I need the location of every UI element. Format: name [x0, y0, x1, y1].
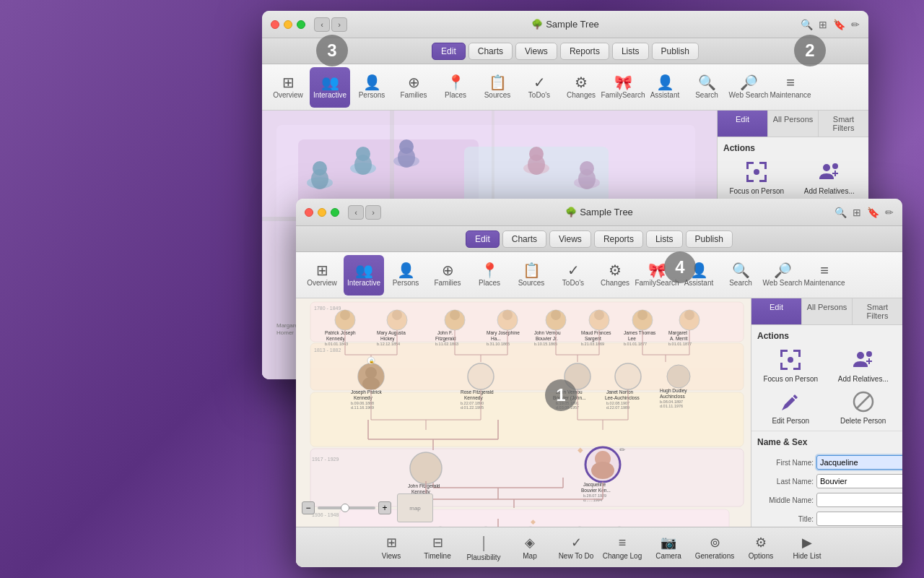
front-maximize-button[interactable]: [331, 208, 339, 217]
front-views-btn[interactable]: ⊞ Views: [370, 535, 413, 560]
back-all-persons-tab[interactable]: All Persons: [768, 111, 819, 137]
front-edit-person-action[interactable]: Edit Person: [757, 389, 824, 425]
back-focus-action[interactable]: Focus on Person: [723, 159, 790, 195]
svg-text:1813 - 1882: 1813 - 1882: [314, 348, 341, 353]
back-views-button[interactable]: Views: [515, 43, 557, 60]
back-familysearch-btn[interactable]: 🎀 FamilySearch: [603, 67, 643, 108]
front-map-thumbnail[interactable]: map: [397, 493, 433, 522]
front-title-input[interactable]: [816, 512, 902, 526]
svg-point-11: [313, 161, 327, 176]
back-add-relatives-icon: [816, 159, 842, 185]
back-minimize-button[interactable]: [284, 20, 292, 29]
front-interactive-btn[interactable]: 👥 Interactive: [344, 255, 384, 296]
svg-text:Hickey: Hickey: [380, 336, 395, 342]
front-zoom-slider[interactable]: [318, 506, 375, 509]
front-options-icon: ⚙: [755, 535, 767, 551]
back-sources-btn[interactable]: 📋 Sources: [477, 67, 518, 108]
back-pen-icon[interactable]: ✏: [851, 19, 860, 30]
back-reports-button[interactable]: Reports: [560, 43, 609, 60]
front-nav-back[interactable]: ‹: [348, 205, 364, 220]
front-edit-button[interactable]: Edit: [466, 230, 500, 248]
front-changes-btn[interactable]: ⚙ Changes: [595, 255, 635, 296]
front-new-todo-btn[interactable]: ✓ New To Do: [554, 535, 598, 560]
front-smart-filters-tab[interactable]: Smart Filters: [853, 298, 902, 324]
front-change-log-btn[interactable]: ≡ Change Log: [601, 535, 644, 560]
back-bookmark-icon[interactable]: 🔖: [833, 19, 845, 30]
back-interactive-icon: 👥: [321, 75, 339, 90]
back-close-button[interactable]: [271, 20, 279, 29]
back-interactive-btn[interactable]: 👥 Interactive: [310, 67, 350, 108]
back-smart-filters-tab[interactable]: Smart Filters: [819, 111, 868, 137]
back-search-icon[interactable]: 🔍: [801, 19, 813, 30]
front-search-icon[interactable]: 🔍: [834, 207, 847, 218]
back-families-btn[interactable]: ⊕ Families: [393, 67, 434, 108]
front-todos-btn[interactable]: ✓ ToDo's: [553, 255, 593, 296]
front-edit-tab[interactable]: Edit: [751, 298, 802, 324]
front-edit-person-label: Edit Person: [772, 417, 809, 425]
front-charts-button[interactable]: Charts: [502, 230, 546, 248]
back-publish-button[interactable]: Publish: [652, 43, 699, 60]
front-hide-list-btn[interactable]: ▶ Hide List: [785, 535, 829, 560]
back-nav-forward[interactable]: ›: [331, 17, 347, 32]
front-publish-button[interactable]: Publish: [686, 230, 733, 248]
back-layout-icon[interactable]: ⊞: [819, 19, 827, 30]
front-layout-icon[interactable]: ⊞: [853, 207, 861, 218]
svg-rect-224: [780, 350, 783, 357]
front-persons-btn[interactable]: 👤 Persons: [385, 255, 426, 296]
front-sources-btn[interactable]: 📋 Sources: [511, 255, 552, 296]
back-edit-tab[interactable]: Edit: [718, 111, 768, 137]
front-pen-icon[interactable]: ✏: [885, 207, 894, 218]
front-first-name-input[interactable]: [816, 455, 902, 470]
back-lists-button[interactable]: Lists: [612, 43, 649, 60]
front-families-btn[interactable]: ⊕ Families: [427, 255, 468, 296]
back-places-btn[interactable]: 📍 Places: [435, 67, 476, 108]
front-places-btn[interactable]: 📍 Places: [469, 255, 510, 296]
back-changes-btn[interactable]: ⚙ Changes: [561, 67, 601, 108]
front-lists-button[interactable]: Lists: [646, 230, 683, 248]
front-search-btn[interactable]: 🔍 Search: [720, 255, 761, 296]
front-bookmark-icon[interactable]: 🔖: [867, 207, 879, 218]
front-reports-button[interactable]: Reports: [594, 230, 643, 248]
front-plausibility-icon: |: [481, 533, 486, 552]
back-nav-back[interactable]: ‹: [314, 17, 330, 32]
front-close-button[interactable]: [305, 208, 313, 217]
back-overview-btn[interactable]: ⊞ Overview: [268, 67, 308, 108]
front-all-persons-tab[interactable]: All Persons: [802, 298, 853, 324]
front-focus-action[interactable]: Focus on Person: [757, 347, 824, 383]
front-plausibility-btn[interactable]: | Plausibility: [462, 533, 505, 561]
front-maintenance-btn[interactable]: ≡ Maintenance: [804, 255, 845, 296]
front-timeline-btn[interactable]: ⊟ Timeline: [416, 535, 459, 560]
back-search-btn[interactable]: 🔍 Search: [687, 67, 727, 108]
front-zoom-out[interactable]: −: [302, 501, 315, 514]
front-add-relatives-action[interactable]: Add Relatives...: [830, 347, 897, 383]
front-overview-btn[interactable]: ⊞ Overview: [302, 255, 342, 296]
front-options-btn[interactable]: ⚙ Options: [739, 535, 783, 560]
svg-text:Joseph Patrick: Joseph Patrick: [351, 389, 382, 395]
svg-text:Mary Josephine: Mary Josephine: [487, 330, 520, 336]
back-edit-button[interactable]: Edit: [432, 43, 466, 60]
back-todos-btn[interactable]: ✓ ToDo's: [519, 67, 559, 108]
front-camera-btn[interactable]: 📷 Camera: [647, 535, 690, 560]
svg-point-99: [450, 310, 460, 320]
front-map-btn[interactable]: ◈ Map: [508, 535, 552, 560]
back-assistant-btn[interactable]: 👤 Assistant: [645, 67, 685, 108]
front-websearch-btn[interactable]: 🔎 Web Search: [762, 255, 803, 296]
back-sources-icon: 📋: [489, 75, 507, 90]
front-panel-tabs: Edit All Persons Smart Filters: [751, 298, 902, 325]
front-delete-person-action[interactable]: Delete Person: [830, 389, 897, 425]
front-zoom-in[interactable]: +: [378, 501, 391, 514]
back-add-relatives-action[interactable]: Add Relatives...: [796, 159, 863, 195]
front-minimize-button[interactable]: [318, 208, 326, 217]
back-charts-button[interactable]: Charts: [468, 43, 513, 60]
front-middle-name-input[interactable]: [816, 493, 902, 507]
back-maintenance-btn[interactable]: ≡ Maintenance: [770, 67, 811, 108]
svg-text:Mary Augusta: Mary Augusta: [377, 330, 406, 336]
back-websearch-btn[interactable]: 🔎 Web Search: [728, 67, 769, 108]
front-views-button[interactable]: Views: [549, 230, 591, 248]
back-persons-btn[interactable]: 👤 Persons: [352, 67, 392, 108]
front-nav-forward[interactable]: ›: [365, 205, 381, 220]
back-maximize-button[interactable]: [297, 20, 305, 29]
svg-point-114: [594, 310, 604, 320]
front-generations-btn[interactable]: ⊚ Generations: [693, 535, 736, 560]
front-last-name-input[interactable]: [816, 474, 902, 488]
